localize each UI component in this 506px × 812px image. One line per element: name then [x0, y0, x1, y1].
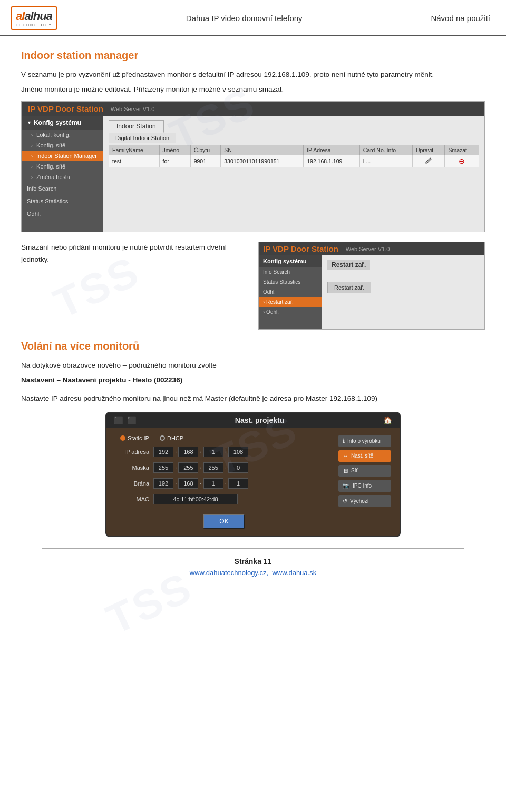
- vdp1-sidebar-indoor-manager[interactable]: › Indoor Station Manager: [22, 151, 103, 161]
- brana-seg2[interactable]: [178, 478, 198, 489]
- vdp2-odhl2[interactable]: › Odhl.: [259, 307, 322, 317]
- cell-sn: 330103011011990151: [221, 155, 304, 167]
- radio-dhcp-dot: [160, 435, 165, 441]
- ip-seg1[interactable]: [153, 447, 173, 457]
- form-row-ip: IP adresa · · ·: [115, 447, 333, 457]
- table-row: test for 9901 330103011011990151 192.168…: [109, 155, 479, 167]
- ok-row: OK: [115, 510, 333, 529]
- footer-link1[interactable]: www.dahuatechnology.cz: [190, 569, 267, 577]
- form-row-mac: MAC: [115, 494, 333, 504]
- vdp2-content-title: Restart zař.: [327, 260, 370, 270]
- vdp2-screenshot: IP VDP Door Station Web Server V1.0 Konf…: [258, 242, 485, 330]
- arrow-lr-icon: ↔: [343, 453, 348, 459]
- logo-tech: TECHNOLOGY: [16, 23, 52, 27]
- section3-title: Volání na více monitorů: [21, 340, 485, 352]
- vdp2-info-search[interactable]: Info Search: [259, 267, 322, 277]
- vdp2-sidebar: Konfig systému Info Search Status Statis…: [259, 255, 322, 329]
- device-form: Static IP DHCP IP adresa ·: [115, 435, 333, 529]
- restart-button[interactable]: Restart zař.: [327, 282, 371, 293]
- vdp2-menu-header: Konfig systému: [259, 255, 322, 267]
- vdp1-topbar: IP VDP Door Station Web Server V1.0: [22, 102, 484, 116]
- vdp1-menu-header[interactable]: ▼ Konfig systému: [22, 116, 103, 130]
- vdp1-status-statistics[interactable]: Status Statistics: [22, 195, 103, 207]
- vdp2-content: Restart zař. Restart zař.: [322, 255, 484, 329]
- vdp1-odhl[interactable]: Odhl.: [22, 207, 103, 220]
- header-title: Dahua IP video domovní telefony: [57, 14, 431, 23]
- col-ip: IP Adresa: [304, 145, 359, 155]
- vdp1-subtab-digital[interactable]: Digital Indoor Station: [109, 133, 176, 143]
- page-footer: Stránka 11 www.dahuatechnology.cz, www.d…: [42, 548, 464, 583]
- arrow-icon: ▼: [27, 120, 32, 125]
- maska-seg2[interactable]: [178, 462, 198, 473]
- vdp2-main: Konfig systému Info Search Status Statis…: [259, 255, 484, 329]
- brana-seg4[interactable]: [228, 478, 248, 489]
- vdp1-sidebar-hesla[interactable]: › Změna hesla: [22, 172, 103, 182]
- camera-icon: 📷: [343, 482, 350, 489]
- ip-seg2[interactable]: [178, 447, 198, 457]
- vdp1-webserver: Web Server V1.0: [111, 106, 155, 112]
- section3-para1: Na dotykové obrazovce nového – podružnéh…: [21, 360, 485, 371]
- form-label-maska: Maska: [115, 464, 149, 471]
- device-screenshot: ⬛ ⬛ Nast. projektu 🏠 Static IP: [105, 412, 401, 537]
- mac-input[interactable]: [153, 494, 238, 504]
- section3-bold1: Nastavení – Nastavení projektu - Heslo (…: [21, 374, 485, 386]
- vdp1-sidebar-konfig-site[interactable]: › Konfig. sítě: [22, 140, 103, 151]
- side-btn-info[interactable]: ℹ Info o výrobku: [338, 435, 391, 447]
- vdp1-sidebar: ▼ Konfig systému › Lokál. konfig. › Konf…: [22, 116, 103, 232]
- side-btn-nast-site[interactable]: ↔ Nast. sítě: [338, 450, 391, 462]
- vdp2-odhl[interactable]: Odhl.: [259, 287, 322, 297]
- radio-static-dot: [120, 435, 125, 441]
- footer-links: www.dahuatechnology.cz, www.dahua.sk: [42, 569, 464, 577]
- form-label-ip: IP adresa: [115, 449, 149, 455]
- vdp1-content: Indoor Station Digital Indoor Station Fa…: [103, 116, 484, 232]
- vdp1-sidebar-konfig-site2[interactable]: › Konfig. sítě: [22, 161, 103, 172]
- radio-static[interactable]: Static IP: [120, 435, 149, 441]
- brana-seg3[interactable]: [203, 478, 223, 489]
- side-btn-vychozi[interactable]: ↺ Výchozí: [338, 495, 391, 507]
- vdp2-status-stats[interactable]: Status Statistics: [259, 277, 322, 287]
- section1-para2: Jméno monitoru je možné editovat. Přiřaz…: [21, 84, 485, 95]
- radio-dhcp[interactable]: DHCP: [160, 435, 183, 441]
- col-cardno: Card No. Info: [359, 145, 412, 155]
- monitor-icon2: 🖥: [343, 468, 348, 474]
- reset-icon: ↺: [343, 498, 347, 504]
- vdp2-brand: IP VDP Door Station: [263, 244, 338, 253]
- ip-seg4[interactable]: [228, 447, 248, 457]
- col-smazat: Smazat: [445, 145, 479, 155]
- vdp1-info-search[interactable]: Info Search: [22, 182, 103, 195]
- cell-delete-icon[interactable]: ⊖: [445, 155, 479, 167]
- cell-familyname: test: [109, 155, 160, 167]
- maska-seg1[interactable]: [153, 462, 173, 473]
- section1-para1: V seznamu je pro vyzvonění už přednastav…: [21, 69, 485, 81]
- maska-seg4[interactable]: [228, 462, 248, 473]
- ok-button[interactable]: OK: [203, 514, 245, 529]
- cell-edit-icon[interactable]: [412, 155, 444, 167]
- side-btn-ipc[interactable]: 📷 IPC Info: [338, 480, 391, 492]
- vdp1-sidebar-lokalni[interactable]: › Lokál. konfig.: [22, 130, 103, 140]
- vdp1-brand: IP VDP Door Station: [28, 104, 103, 113]
- maska-input-group: · · ·: [153, 462, 248, 473]
- vdp2-restart-active[interactable]: › Restart zař.: [259, 297, 322, 307]
- two-col-section: Smazání nebo přidání monitoru je nutné p…: [21, 242, 485, 330]
- page-content: Indoor station manager V seznamu je pro …: [0, 36, 506, 593]
- vdp2-box: IP VDP Door Station Web Server V1.0 Konf…: [258, 242, 485, 330]
- vdp1-table: FamilyName Jméno Č.bytu SN IP Adresa Car…: [109, 145, 479, 167]
- side-btn-sit[interactable]: 🖥 Síť: [338, 465, 391, 477]
- footer-link2[interactable]: www.dahua.sk: [272, 569, 316, 577]
- monitor2-icon: ⬛: [127, 416, 136, 424]
- brana-seg1[interactable]: [153, 478, 173, 489]
- cell-cbytu: 9901: [190, 155, 221, 167]
- vdp1-tab-indoor[interactable]: Indoor Station: [109, 120, 164, 133]
- ip-seg3[interactable]: [203, 447, 223, 457]
- form-label-brana: Brána: [115, 480, 149, 487]
- brana-input-group: · · ·: [153, 478, 248, 489]
- maska-seg3[interactable]: [203, 462, 223, 473]
- col-cbytu: Č.bytu: [190, 145, 221, 155]
- col-sn: SN: [221, 145, 304, 155]
- vdp2-webserver: Web Server V1.0: [346, 246, 390, 252]
- page-header: alalhua TECHNOLOGY Dahua IP video domovn…: [0, 0, 506, 36]
- logo-box: alalhua TECHNOLOGY: [11, 6, 57, 30]
- info-icon: ℹ: [343, 438, 345, 444]
- cell-ip: 192.168.1.109: [304, 155, 359, 167]
- monitor-icon: ⬛: [114, 416, 123, 424]
